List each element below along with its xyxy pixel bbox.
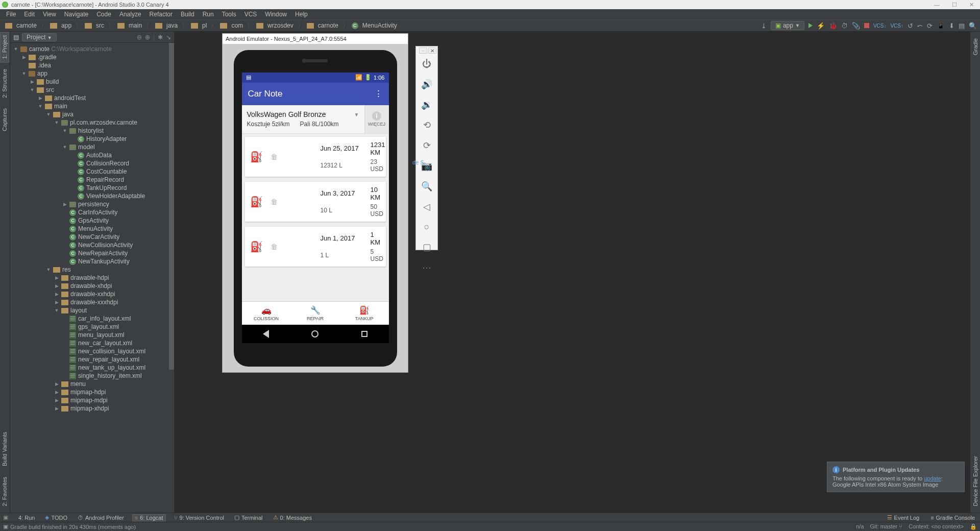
more-button[interactable]: i WIĘCEJ — [364, 105, 389, 133]
tree-row[interactable]: ▶mipmap-mdpi — [10, 396, 174, 404]
tree-row[interactable]: new_tank_up_layout.xml — [10, 364, 174, 372]
vcs-history-icon[interactable]: ↺ — [908, 22, 913, 30]
tree-row[interactable]: ▶androidTest — [10, 94, 174, 102]
back-button[interactable] — [263, 330, 269, 338]
attach-debugger-icon[interactable]: 📎 — [852, 22, 860, 30]
history-item[interactable]: ⛽ Jun 3, 2017 10 KM 🗑 10 L 50 USD — [245, 182, 386, 222]
history-list[interactable]: ⛽ Jun 25, 2017 1231 KM 🗑 12312 L 23 USD … — [242, 134, 389, 301]
git-branch[interactable]: Git: master ⑂ — [870, 523, 903, 530]
crumb[interactable]: carnote — [318, 22, 338, 29]
tree-row[interactable]: new_repair_layout.xml — [10, 355, 174, 364]
tree-row[interactable]: ▼layout — [10, 306, 174, 315]
history-item[interactable]: ⛽ Jun 25, 2017 1231 KM 🗑 12312 L 23 USD — [245, 137, 386, 177]
tab-messages[interactable]: ⚠0: Messages — [271, 514, 314, 521]
menu-navigate[interactable]: Navigate — [60, 11, 92, 18]
crumb[interactable]: carnote — [16, 22, 37, 29]
tab-run[interactable]: 4: Run — [14, 515, 37, 521]
crumb[interactable]: src — [96, 22, 104, 29]
expand-icon[interactable]: ⊕ — [145, 34, 150, 41]
tree-row[interactable]: ▼main — [10, 102, 174, 110]
tab-project[interactable]: 1: Project — [0, 32, 9, 62]
tree-row[interactable]: ▶drawable-xxxhdpi — [10, 298, 174, 306]
layout-inspector-icon[interactable]: ▤ — [959, 22, 965, 30]
crumb[interactable]: main — [129, 22, 142, 29]
nav-repair[interactable]: 🔧REPAIR — [291, 302, 340, 325]
overview-icon[interactable]: ▢ — [423, 242, 431, 253]
search-icon[interactable]: 🔍 — [969, 22, 977, 30]
rotate-right-icon[interactable]: ⟳ — [423, 140, 431, 151]
overflow-menu-icon[interactable]: ⋮ — [374, 88, 383, 99]
debug-button-icon[interactable]: 🐞 — [829, 22, 837, 30]
delete-icon[interactable]: 🗑 — [271, 198, 316, 206]
back-icon[interactable]: ◁ — [423, 201, 430, 212]
tab-vcs[interactable]: ⑂9: Version Control — [172, 515, 226, 521]
nav-collision[interactable]: 🚗COLISSION — [242, 302, 291, 325]
vcs-update-icon[interactable]: VCS↓ — [873, 23, 887, 29]
tree-row[interactable]: ▼res — [10, 266, 174, 274]
apply-changes-icon[interactable]: ⚡ — [817, 22, 825, 30]
delete-icon[interactable]: 🗑 — [271, 243, 316, 251]
menu-run[interactable]: Run — [199, 11, 218, 18]
tree-row[interactable]: gps_layout.xml — [10, 323, 174, 331]
tree-row[interactable]: CNewTankupActivity — [10, 257, 174, 266]
rotate-left-icon[interactable]: ⟲ — [423, 119, 431, 131]
maximize-icon[interactable]: ☐ — [952, 2, 957, 8]
project-tree[interactable]: ▼carnote C:\Workspace\carnote▶.gradle.id… — [10, 43, 174, 513]
sdk-manager-icon[interactable]: ⬇ — [949, 22, 954, 30]
volume-up-icon[interactable]: 🔊 — [421, 79, 432, 90]
tree-row[interactable]: CRepairRecord — [10, 176, 174, 184]
tree-row[interactable]: ▶drawable-hdpi — [10, 274, 174, 282]
tree-row[interactable]: single_history_item.xml — [10, 372, 174, 380]
vcs-commit-icon[interactable]: VCS↑ — [890, 23, 903, 29]
update-link[interactable]: update — [924, 475, 941, 481]
panel-hide-icon[interactable]: ↘ — [166, 34, 171, 41]
tab-logcat[interactable]: ≡6: Logcat — [132, 514, 166, 521]
power-icon[interactable]: ⏻ — [422, 59, 431, 69]
tree-row[interactable]: ▶mipmap-xhdpi — [10, 404, 174, 413]
tab-todo[interactable]: ◈TODO — [43, 514, 69, 521]
tab-captures[interactable]: Captures — [0, 105, 9, 135]
recents-button[interactable] — [361, 331, 368, 337]
tab-structure[interactable]: 2: Structure — [0, 65, 9, 102]
context-label[interactable]: Context: <no context> — [909, 523, 964, 530]
tree-row[interactable]: CTankUpRecord — [10, 184, 174, 192]
run-configuration-select[interactable]: ▣ app ▼ — [771, 21, 804, 30]
tree-row[interactable]: CHistoryAdapter — [10, 135, 174, 143]
menu-refactor[interactable]: Refactor — [145, 11, 177, 18]
menu-code[interactable]: Code — [92, 11, 115, 18]
tree-row[interactable]: CNewCarActivity — [10, 233, 174, 241]
tree-row[interactable]: ▼app — [10, 69, 174, 78]
make-project-icon[interactable]: ⤓ — [761, 22, 767, 30]
tree-row[interactable]: CCarInfoActivity — [10, 208, 174, 216]
tree-row[interactable]: ▶build — [10, 78, 174, 86]
home-button[interactable] — [311, 330, 318, 337]
tree-row[interactable]: ▶persistency — [10, 200, 174, 208]
undo-icon[interactable]: ⤺ — [917, 22, 923, 30]
panel-settings-icon[interactable]: ✱ — [158, 34, 163, 41]
emulator-window[interactable]: Android Emulator - Nexus_5_API_24_A7.0:5… — [222, 33, 408, 373]
tree-row[interactable]: new_collision_layout.xml — [10, 347, 174, 355]
tree-row[interactable]: ▼model — [10, 143, 174, 151]
project-view-select[interactable]: Project ▼ — [22, 33, 57, 41]
menu-tools[interactable]: Tools — [218, 11, 240, 18]
tree-row[interactable]: CAutoData — [10, 151, 174, 159]
tree-row[interactable]: ▶menu — [10, 380, 174, 388]
tree-row[interactable]: ▼java — [10, 110, 174, 118]
notification-popup[interactable]: iPlatform and Plugin Updates The followi… — [827, 462, 965, 492]
tab-gradle-console[interactable]: ≡Gradle Console — [928, 514, 977, 521]
zoom-icon[interactable]: 🔍 — [421, 181, 432, 192]
tree-row[interactable]: CViewHolderAdaptable — [10, 192, 174, 200]
crumb[interactable]: java — [166, 22, 178, 29]
tab-terminal[interactable]: ▢Terminal — [232, 514, 265, 521]
stop-button-icon[interactable] — [864, 23, 869, 28]
tree-row[interactable]: ▼src — [10, 86, 174, 94]
tree-row[interactable]: CNewRepairActivity — [10, 249, 174, 257]
tree-row[interactable]: menu_layout.xml — [10, 331, 174, 339]
menu-vcs[interactable]: VCS — [240, 11, 261, 18]
car-dropdown[interactable]: VolksWagen Golf Bronze ▼ — [247, 110, 359, 118]
emu-minimize-icon[interactable]: – — [419, 47, 427, 54]
close-icon[interactable]: ✕ — [969, 2, 974, 8]
tree-row[interactable]: CMenuActivity — [10, 225, 174, 233]
tab-event-log[interactable]: ☰Event Log — [885, 514, 922, 521]
delete-icon[interactable]: 🗑 — [271, 153, 316, 161]
